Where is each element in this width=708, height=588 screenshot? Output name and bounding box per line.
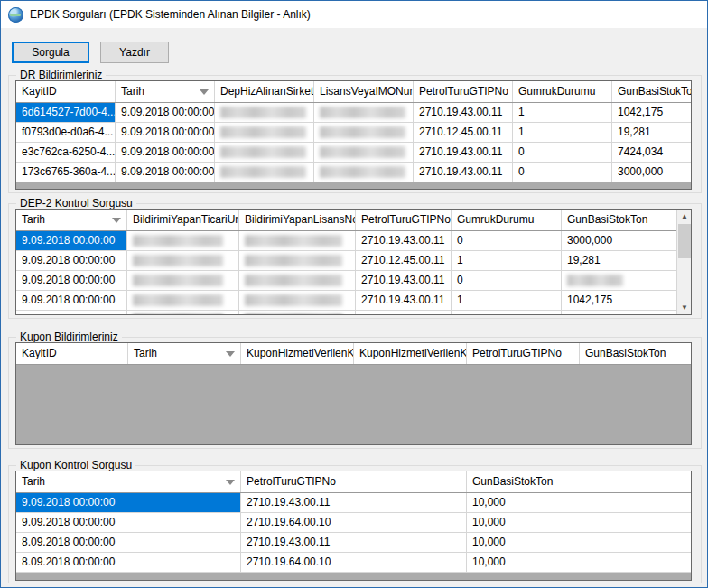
grid-cell[interactable]: 0: [513, 143, 612, 162]
grid-cell[interactable]: 2710.19.43.00.11: [414, 103, 513, 122]
grid-cell[interactable]: [239, 231, 356, 250]
grid-cell[interactable]: 1: [513, 103, 612, 122]
grid-cell[interactable]: 7424,034: [612, 143, 691, 162]
grid-cell[interactable]: [215, 103, 314, 122]
grid-cell[interactable]: 2710.19.64.00.10: [241, 553, 467, 572]
column-header-petrolturugtipno[interactable]: PetrolTuruGTIPNo: [467, 343, 580, 364]
grid-cell[interactable]: [314, 123, 414, 142]
scroll-up-icon[interactable]: ▲: [677, 210, 692, 223]
column-header-gunbasistokton[interactable]: GunBasiStokTon: [612, 81, 691, 102]
column-header-petrolturugtipno[interactable]: PetrolTuruGTIPNo: [414, 81, 513, 102]
grid-cell[interactable]: 2710.19.43.00.11: [356, 271, 452, 290]
column-header-bildirimiyapanticariunva[interactable]: BildirimiYapanTicariUnva: [127, 210, 239, 230]
grid-cell[interactable]: 2710.19.64.00.10: [241, 513, 467, 532]
grid-cell[interactable]: 9.09.2018 00:00:00: [16, 231, 127, 250]
grid-cell[interactable]: [127, 291, 239, 310]
grid-cell[interactable]: 3000,000: [562, 311, 676, 314]
column-header-petrolturugtipno[interactable]: PetrolTuruGTIPNo: [241, 471, 467, 492]
yazdir-button[interactable]: Yazdır: [100, 42, 169, 63]
grid-cell[interactable]: 2710.19.43.00.11: [414, 143, 513, 162]
grid-cell[interactable]: f0793d0e-d0a6-4...: [16, 123, 116, 142]
grid-cell[interactable]: 9.09.2018 00:00:00: [16, 513, 241, 532]
grid-cell[interactable]: 0: [452, 311, 562, 314]
grid-cell[interactable]: 10,000: [467, 493, 691, 512]
redacted-value: [245, 275, 342, 286]
grid-cell[interactable]: e3c762ca-6250-4...: [16, 143, 116, 162]
grid-cell[interactable]: 8.09.2018 00:00:00: [16, 553, 241, 572]
grid-cell[interactable]: 9.09.2018 00:00:00: [16, 311, 127, 314]
grid-cell[interactable]: 2710.12.45.00.11: [356, 251, 452, 270]
grid-cell[interactable]: 6d614527-7d00-4...: [16, 103, 116, 122]
grid-cell[interactable]: 0: [452, 231, 562, 250]
grid-cell[interactable]: 10,000: [467, 513, 691, 532]
grid-cell[interactable]: 9.09.2018 00:00:00: [16, 251, 127, 270]
grid-cell[interactable]: [239, 311, 356, 314]
grid-cell[interactable]: [215, 143, 314, 162]
grid-cell[interactable]: 9.09.2018 00:00:00: [116, 103, 215, 122]
grid-cell[interactable]: 9.09.2018 00:00:00: [16, 291, 127, 310]
column-header-tarih[interactable]: Tarih: [116, 81, 215, 102]
column-header-petrolturugtipno[interactable]: PetrolTuruGTIPNo: [356, 210, 452, 230]
grid-cell[interactable]: 2710.19.43.00.11: [241, 493, 467, 512]
grid-cell[interactable]: 8.09.2018 00:00:00: [16, 533, 241, 552]
grid-cell[interactable]: [314, 163, 414, 182]
column-header-kayitid[interactable]: KayitID: [16, 81, 116, 102]
column-header-gunbasistokton[interactable]: GunBasiStokTon: [562, 210, 676, 230]
grid-cell[interactable]: [314, 103, 414, 122]
grid-cell[interactable]: 2710.19.43.00.11: [356, 231, 452, 250]
grid-cell[interactable]: [215, 163, 314, 182]
column-header-gunbasistokton[interactable]: GunBasiStokTon: [580, 343, 691, 364]
grid-cell[interactable]: 2710.19.43.00.11: [414, 163, 513, 182]
column-header-gumrukdurumu[interactable]: GumrukDurumu: [513, 81, 612, 102]
grid-cell[interactable]: [239, 271, 356, 290]
column-header-bildirimiyapanlisansno[interactable]: BildirimiYapanLisansNo: [239, 210, 356, 230]
grid-cell[interactable]: [127, 311, 239, 314]
column-header-lisansveyaimonuma[interactable]: LisansVeyaIMONuma: [314, 81, 414, 102]
grid-cell[interactable]: 9.09.2018 00:00:00: [116, 163, 215, 182]
grid-cell[interactable]: [314, 143, 414, 162]
grid-cell[interactable]: 9.09.2018 00:00:00: [116, 123, 215, 142]
title-bar[interactable]: EPDK Sorguları (EPDK Sisteminden Alınan …: [1, 1, 707, 28]
grid-cell[interactable]: [239, 291, 356, 310]
scroll-down-icon[interactable]: ▼: [677, 301, 692, 314]
grid-cell[interactable]: 19,281: [612, 123, 691, 142]
grid-cell[interactable]: 2710.19.43.00.11: [356, 291, 452, 310]
grid-cell[interactable]: 2710.12.45.00.11: [414, 123, 513, 142]
grid-cell[interactable]: [127, 251, 239, 270]
grid-cell[interactable]: 173c6765-360a-4...: [16, 163, 116, 182]
grid-cell[interactable]: [215, 123, 314, 142]
vertical-scrollbar[interactable]: ▲ ▼: [676, 210, 691, 314]
column-header-tarih[interactable]: Tarih: [16, 210, 127, 230]
grid-cell[interactable]: 3000,000: [612, 163, 691, 182]
column-header-gunbasistokton[interactable]: GunBasiStokTon: [467, 471, 691, 492]
grid-cell[interactable]: [239, 251, 356, 270]
grid-cell[interactable]: 1: [452, 251, 562, 270]
sorgula-button[interactable]: Sorgula: [12, 42, 89, 63]
grid-cell[interactable]: 9.09.2018 00:00:00: [16, 493, 241, 512]
grid-cell[interactable]: 2710.19.43.00.11: [356, 311, 452, 314]
column-header-tarih[interactable]: Tarih: [16, 471, 241, 492]
grid-cell[interactable]: 9.09.2018 00:00:00: [116, 143, 215, 162]
grid-cell[interactable]: 1042,175: [562, 291, 676, 310]
column-header-kuponhizmetiverilenkisin[interactable]: KuponHizmetiVerilenKisin: [354, 343, 467, 364]
grid-cell[interactable]: 3000,000: [562, 231, 676, 250]
column-header-kayitid[interactable]: KayitID: [16, 343, 128, 364]
grid-cell[interactable]: 1042,175: [612, 103, 691, 122]
column-header-tarih[interactable]: Tarih: [128, 343, 241, 364]
grid-cell[interactable]: [127, 231, 239, 250]
scrollbar-thumb[interactable]: [678, 224, 691, 258]
grid-cell[interactable]: 1: [513, 123, 612, 142]
grid-cell[interactable]: 2710.19.43.00.11: [241, 533, 467, 552]
grid-cell[interactable]: 10,000: [467, 533, 691, 552]
grid-cell[interactable]: [562, 271, 676, 290]
grid-cell[interactable]: [127, 271, 239, 290]
grid-cell[interactable]: 9.09.2018 00:00:00: [16, 271, 127, 290]
column-header-dephizalinansirketun[interactable]: DepHizAlinanSirketUn: [215, 81, 314, 102]
grid-cell[interactable]: 0: [513, 163, 612, 182]
column-header-kuponhizmetiverilenkisin[interactable]: KuponHizmetiVerilenKisin: [241, 343, 354, 364]
column-header-gumrukdurumu[interactable]: GumrukDurumu: [452, 210, 562, 230]
grid-cell[interactable]: 1: [452, 291, 562, 310]
grid-cell[interactable]: 10,000: [467, 553, 691, 572]
grid-cell[interactable]: 0: [452, 271, 562, 290]
grid-cell[interactable]: 19,281: [562, 251, 676, 270]
